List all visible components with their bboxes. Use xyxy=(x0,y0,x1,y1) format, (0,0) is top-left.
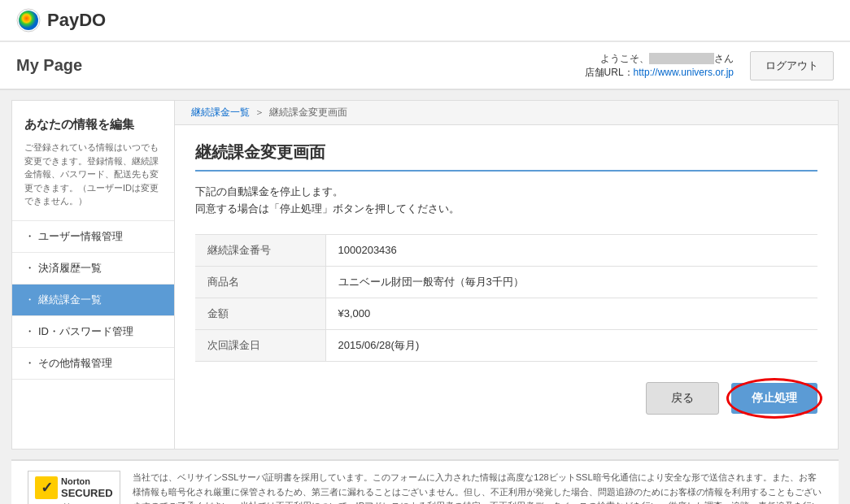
sidebar-item-id-password[interactable]: ID・パスワード管理 xyxy=(12,315,174,347)
norton-checkmark-icon: ✓ xyxy=(35,476,58,499)
back-button[interactable]: 戻る xyxy=(646,382,719,415)
table-row: 金額 ¥3,000 xyxy=(195,298,817,329)
table-row: 商品名 ユニベール財団一般寄付（毎月3千円） xyxy=(195,266,817,298)
table-cell-amount: ¥3,000 xyxy=(325,298,817,329)
mypage-title: My Page xyxy=(16,56,82,75)
welcome-text: ようこそ、 さん 店舗URL：http://www.univers.or.jp xyxy=(585,52,734,80)
table-header-product-name: 商品名 xyxy=(195,266,325,298)
stop-button-wrapper: 停止処理 xyxy=(731,383,817,414)
main-wrapper: あなたの情報を編集 ご登録されている情報はいつでも変更できます。登録情報、継続課… xyxy=(11,100,839,450)
mypage-right: ようこそ、 さん 店舗URL：http://www.univers.or.jp … xyxy=(585,51,834,80)
button-row: 戻る 停止処理 xyxy=(195,382,817,415)
mypage-bar: My Page ようこそ、 さん 店舗URL：http://www.univer… xyxy=(0,41,850,90)
breadcrumb-parent[interactable]: 継続課金一覧 xyxy=(191,106,250,119)
table-cell-charge-number: 1000203436 xyxy=(325,234,817,266)
store-url-link[interactable]: http://www.univers.or.jp xyxy=(634,67,734,78)
norton-badge: ✓ Norton SECURED powered by Symantec xyxy=(28,471,120,504)
norton-secured-text: SECURED xyxy=(61,487,113,499)
content-description: 下記の自動課金を停止します。 同意する場合は「停止処理」ボタンを押してください。 xyxy=(195,184,817,218)
stop-button[interactable]: 停止処理 xyxy=(731,383,817,414)
table-header-charge-number: 継続課金番号 xyxy=(195,234,325,266)
logout-button[interactable]: ログアウト xyxy=(750,51,834,80)
norton-logo: ✓ Norton SECURED xyxy=(35,476,113,499)
username-redacted xyxy=(649,53,714,64)
sidebar-description: ご登録されている情報はいつでも変更できます。登録情報、継続課金情報、パスワード、… xyxy=(12,141,174,220)
sidebar-item-user-info[interactable]: ユーザー情報管理 xyxy=(12,220,174,252)
page-title: 継続課金変更画面 xyxy=(195,141,817,172)
table-cell-next-charge-date: 2015/06/28(毎月) xyxy=(325,329,817,361)
logo-text: PayDO xyxy=(47,10,106,31)
table-header-amount: 金額 xyxy=(195,298,325,329)
table-cell-product-name: ユニベール財団一般寄付（毎月3千円） xyxy=(325,266,817,298)
footer-ssl: ✓ Norton SECURED powered by Symantec 当社で… xyxy=(11,459,839,504)
norton-brand-text: Norton xyxy=(61,476,113,487)
sidebar-item-other-info[interactable]: その他情報管理 xyxy=(12,347,174,380)
table-row: 次回課金日 2015/06/28(毎月) xyxy=(195,329,817,361)
content-body: 継続課金変更画面 下記の自動課金を停止します。 同意する場合は「停止処理」ボタン… xyxy=(175,125,838,431)
sidebar-header: あなたの情報を編集 xyxy=(12,117,174,141)
breadcrumb: 継続課金一覧 ＞ 継続課金変更画面 xyxy=(175,101,838,125)
logo: PayDO xyxy=(16,8,106,33)
content-area: 継続課金一覧 ＞ 継続課金変更画面 継続課金変更画面 下記の自動課金を停止します… xyxy=(175,101,838,449)
svg-point-1 xyxy=(19,11,38,30)
table-row: 継続課金番号 1000203436 xyxy=(195,234,817,266)
paydo-logo-icon xyxy=(16,8,41,33)
header: PayDO xyxy=(0,0,850,41)
info-table: 継続課金番号 1000203436 商品名 ユニベール財団一般寄付（毎月3千円）… xyxy=(195,234,817,362)
sidebar: あなたの情報を編集 ご登録されている情報はいつでも変更できます。登録情報、継続課… xyxy=(12,101,175,449)
breadcrumb-current: 継続課金変更画面 xyxy=(269,106,347,119)
sidebar-item-payment-history[interactable]: 決済履歴一覧 xyxy=(12,252,174,284)
breadcrumb-separator: ＞ xyxy=(255,106,264,119)
ssl-description-text: 当社では、ベリサインSSLサーバ証明書を採用しています。このフォームに入力された… xyxy=(133,471,822,504)
sidebar-item-recurring[interactable]: 継続課金一覧 xyxy=(12,284,174,315)
table-header-next-charge-date: 次回課金日 xyxy=(195,329,325,361)
